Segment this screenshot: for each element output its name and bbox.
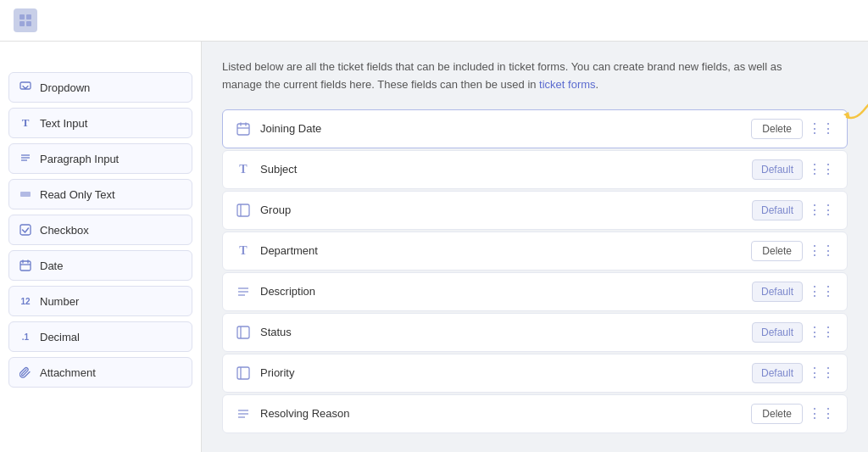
description-drag-handle[interactable]: ⋮⋮: [808, 283, 835, 299]
page-header: [0, 0, 868, 42]
subject-icon: T: [235, 161, 252, 178]
paragraph-input-icon: [18, 151, 33, 166]
status-drag-handle[interactable]: ⋮⋮: [808, 324, 835, 340]
description-name: Description: [260, 285, 743, 298]
read-only-text-icon: [18, 187, 33, 202]
department-icon: T: [235, 243, 252, 259]
svg-rect-1: [26, 14, 31, 20]
sidebar-section-title: [0, 60, 201, 72]
group-drag-handle[interactable]: ⋮⋮: [808, 202, 835, 218]
priority-icon: [235, 365, 252, 382]
dropdown-icon: [18, 80, 33, 95]
ticket-forms-link[interactable]: ticket forms: [539, 78, 595, 91]
description-text-2: .: [596, 78, 599, 91]
delete-button-department[interactable]: Delete: [751, 241, 803, 261]
checkbox-label: Checkbox: [40, 224, 89, 237]
default-badge-group: Default: [752, 200, 803, 220]
subject-actions: Default ⋮⋮: [752, 159, 835, 180]
field-row-subject: T Subject Default ⋮⋮: [222, 150, 848, 189]
checkbox-icon: [18, 222, 33, 237]
delete-button-resolving-reason[interactable]: Delete: [751, 404, 803, 424]
main-layout: Dropdown T Text Input Paragraph Input Re…: [0, 42, 868, 452]
joining-date-actions: Delete ⋮⋮: [751, 119, 835, 139]
date-label: Date: [40, 259, 63, 272]
svg-rect-0: [19, 14, 25, 20]
delete-button-joining-date[interactable]: Delete: [751, 119, 803, 139]
status-icon: [235, 324, 252, 341]
field-row-description: Description Default ⋮⋮: [222, 272, 848, 311]
number-icon: 12: [18, 293, 33, 309]
sidebar-item-date[interactable]: Date: [8, 250, 192, 281]
sidebar-item-text-input[interactable]: T Text Input: [8, 108, 192, 138]
sidebar-item-dropdown[interactable]: Dropdown: [8, 72, 192, 103]
attachment-label: Attachment: [40, 366, 96, 379]
resolving-reason-icon: [235, 405, 252, 422]
group-actions: Default ⋮⋮: [752, 200, 835, 220]
content-description: Listed below are all the ticket fields t…: [222, 59, 798, 94]
svg-rect-2: [19, 21, 25, 26]
department-actions: Delete ⋮⋮: [751, 241, 835, 261]
description-text-1: Listed below are all the ticket fields t…: [222, 60, 782, 91]
sidebar-item-paragraph-input[interactable]: Paragraph Input: [8, 143, 192, 174]
field-row-department: T Department Delete ⋮⋮: [222, 232, 848, 271]
field-row-group: Group Default ⋮⋮: [222, 191, 848, 230]
sidebar-item-read-only-text[interactable]: Read Only Text: [8, 179, 192, 209]
decimal-label: Decimal: [40, 331, 80, 343]
resolving-reason-name: Resolving Reason: [260, 407, 743, 420]
sidebar-item-number[interactable]: 12 Number: [8, 286, 192, 316]
app-container: Dropdown T Text Input Paragraph Input Re…: [0, 0, 868, 452]
read-only-text-label: Read Only Text: [40, 188, 115, 201]
svg-rect-10: [20, 261, 31, 271]
default-badge-description: Default: [752, 282, 803, 302]
description-icon: [235, 283, 252, 300]
field-list: Joining Date Delete ⋮⋮ T Subject Default…: [222, 109, 848, 433]
resolving-reason-actions: Delete ⋮⋮: [751, 404, 835, 424]
default-badge-subject: Default: [752, 159, 803, 180]
svg-marker-18: [843, 112, 850, 119]
text-input-icon: T: [18, 115, 33, 131]
department-name: Department: [260, 244, 743, 257]
decimal-icon: .1: [18, 329, 33, 344]
sidebar-field-types-list: Dropdown T Text Input Paragraph Input Re…: [0, 72, 201, 452]
priority-name: Priority: [260, 366, 743, 379]
subject-name: Subject: [260, 163, 743, 176]
sidebar-item-attachment[interactable]: Attachment: [8, 357, 192, 388]
joining-date-name: Joining Date: [260, 122, 743, 135]
default-badge-status: Default: [752, 322, 803, 343]
svg-rect-24: [237, 326, 249, 338]
sidebar: Dropdown T Text Input Paragraph Input Re…: [0, 42, 202, 452]
department-drag-handle[interactable]: ⋮⋮: [808, 243, 835, 259]
joining-date-drag-handle[interactable]: ⋮⋮: [808, 120, 835, 137]
group-name: Group: [260, 204, 743, 216]
svg-rect-3: [26, 21, 31, 26]
status-actions: Default ⋮⋮: [752, 322, 835, 343]
field-row-status: Status Default ⋮⋮: [222, 313, 848, 352]
date-icon: [18, 258, 33, 273]
sidebar-item-decimal[interactable]: .1 Decimal: [8, 321, 192, 352]
joining-date-icon: [235, 120, 252, 137]
status-name: Status: [260, 326, 743, 338]
svg-rect-8: [20, 192, 31, 197]
number-label: Number: [40, 295, 79, 308]
svg-rect-26: [237, 367, 249, 379]
default-badge-priority: Default: [752, 363, 803, 383]
header-icon: [14, 8, 37, 32]
dropdown-label: Dropdown: [40, 81, 90, 94]
text-input-label: Text Input: [40, 117, 87, 130]
field-row-joining-date: Joining Date Delete ⋮⋮: [222, 109, 848, 148]
priority-actions: Default ⋮⋮: [752, 363, 835, 383]
sidebar-item-checkbox[interactable]: Checkbox: [8, 215, 192, 245]
sidebar-description: [0, 42, 201, 60]
group-icon: [235, 202, 252, 219]
attachment-icon: [18, 365, 33, 380]
field-row-priority: Priority Default ⋮⋮: [222, 354, 848, 393]
content-area: Listed below are all the ticket fields t…: [202, 42, 868, 452]
svg-rect-14: [237, 124, 249, 135]
subject-drag-handle[interactable]: ⋮⋮: [808, 161, 835, 177]
svg-rect-19: [237, 204, 249, 216]
paragraph-input-label: Paragraph Input: [40, 153, 119, 165]
priority-drag-handle[interactable]: ⋮⋮: [808, 365, 835, 381]
resolving-reason-drag-handle[interactable]: ⋮⋮: [808, 405, 835, 421]
description-actions: Default ⋮⋮: [752, 282, 835, 302]
field-row-resolving-reason: Resolving Reason Delete ⋮⋮: [222, 394, 848, 433]
